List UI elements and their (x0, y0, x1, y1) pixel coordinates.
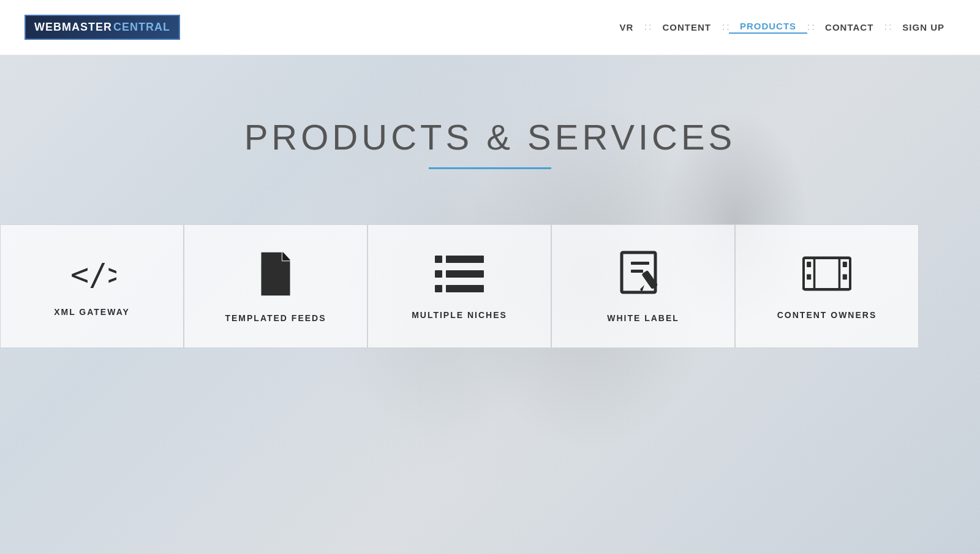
nav-products[interactable]: PRODUCTS (729, 21, 807, 34)
nav-vr[interactable]: VR (609, 22, 645, 32)
content-owners-icon (802, 252, 851, 295)
svg-rect-6 (446, 285, 484, 292)
svg-rect-1 (435, 256, 442, 263)
card-content-owners-label: CONTENT OWNERS (777, 310, 877, 320)
nav-sep-4: ∷ (884, 22, 891, 33)
main-nav: VR ∷ CONTENT ∷ PRODUCTS ∷ CONTACT ∷ SIGN… (609, 21, 956, 34)
title-underline (429, 167, 551, 169)
svg-rect-5 (435, 285, 442, 292)
logo-central: CENTRAL (113, 21, 170, 34)
site-header: WEBMASTER CENTRAL VR ∷ CONTENT ∷ PRODUCT… (0, 0, 980, 55)
nav-contact[interactable]: CONTACT (814, 22, 884, 32)
svg-rect-2 (446, 256, 484, 263)
card-multiple-niches[interactable]: MULTIPLE NICHES (368, 224, 551, 348)
svg-rect-11 (631, 270, 643, 273)
hero-title-section: PRODUCTS & SERVICES (0, 55, 980, 194)
hero-section: WEBMASTER CENTRAL VR ∷ CONTENT ∷ PRODUCT… (0, 0, 980, 554)
templated-feeds-icon (254, 249, 297, 298)
logo-box[interactable]: WEBMASTER CENTRAL (24, 15, 180, 40)
page-title: PRODUCTS & SERVICES (0, 116, 980, 157)
card-xml-gateway[interactable]: </> XML GATEWAY (0, 224, 184, 348)
nav-content[interactable]: CONTENT (651, 22, 722, 32)
card-templated-feeds[interactable]: TEMPLATED FEEDS (184, 224, 368, 348)
svg-rect-15 (843, 262, 847, 267)
nav-sep-2: ∷ (722, 22, 729, 33)
svg-rect-16 (843, 274, 847, 279)
logo-webmaster: WEBMASTER (34, 21, 112, 34)
svg-rect-14 (807, 274, 811, 279)
card-white-label-label: WHITE LABEL (607, 313, 679, 323)
card-xml-gateway-label: XML GATEWAY (54, 307, 130, 317)
nav-sep-1: ∷ (644, 22, 651, 33)
product-cards: </> XML GATEWAY TEMPLATED FEEDS (0, 224, 980, 348)
multiple-niches-icon (435, 252, 484, 295)
card-white-label[interactable]: WHITE LABEL (551, 224, 735, 348)
svg-rect-10 (631, 262, 649, 265)
svg-rect-4 (446, 270, 484, 278)
svg-rect-3 (435, 270, 442, 278)
logo[interactable]: WEBMASTER CENTRAL (24, 15, 180, 40)
card-multiple-niches-label: MULTIPLE NICHES (412, 310, 507, 320)
svg-rect-13 (807, 262, 811, 267)
card-content-owners[interactable]: CONTENT OWNERS (735, 224, 919, 348)
svg-text:</>: </> (70, 257, 116, 292)
xml-gateway-icon: </> (67, 256, 116, 292)
nav-signup[interactable]: SIGN UP (891, 22, 956, 32)
card-templated-feeds-label: TEMPLATED FEEDS (225, 313, 326, 323)
white-label-icon (619, 249, 668, 298)
nav-sep-3: ∷ (807, 22, 814, 33)
